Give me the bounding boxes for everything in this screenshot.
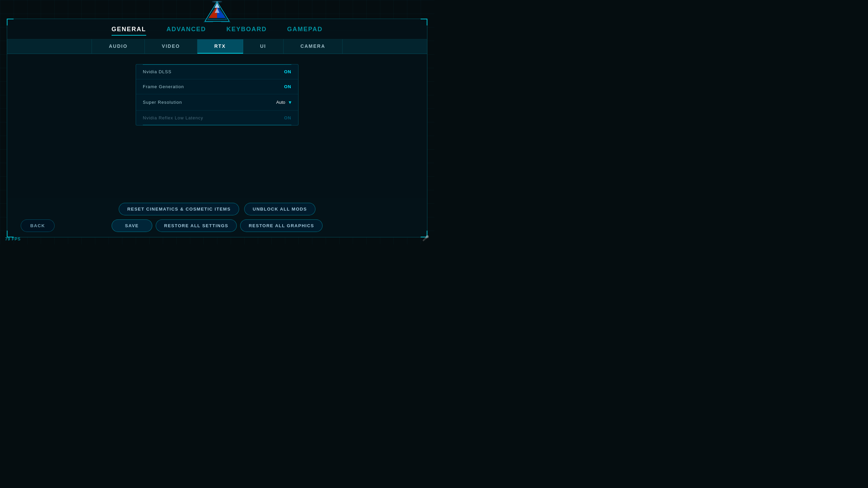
tab-gamepad[interactable]: GAMEPAD [287, 26, 323, 36]
setting-value-nvidia-reflex[interactable]: ON [284, 115, 292, 120]
restore-graphics-button[interactable]: RESTORE ALL GRAPHICS [240, 219, 323, 232]
sub-nav: AUDIO VIDEO RTX UI CAMERA [7, 39, 427, 54]
back-button[interactable]: BACK [21, 219, 55, 232]
setting-label-nvidia-reflex: Nvidia Reflex Low Latency [143, 115, 203, 120]
logo-container [197, 0, 237, 24]
setting-label-nvidia-dlss: Nvidia DLSS [143, 69, 172, 74]
bottom-area: RESET CINEMATICS & COSMETIC ITEMS UNBLOC… [7, 198, 427, 237]
setting-value-nvidia-dlss[interactable]: ON [284, 69, 292, 74]
save-button[interactable]: SAVE [112, 219, 152, 232]
subtab-camera[interactable]: CAMERA [284, 39, 343, 54]
setting-value-super-resolution: Auto [276, 100, 285, 105]
setting-label-frame-generation: Frame Generation [143, 84, 184, 89]
fps-counter: 79 FPS [5, 237, 21, 241]
tab-general[interactable]: GENERAL [112, 26, 146, 36]
subtab-ui[interactable]: UI [243, 39, 284, 54]
svg-point-5 [212, 1, 222, 5]
chevron-down-icon: ▾ [289, 99, 291, 105]
setting-row-frame-generation[interactable]: Frame Generation ON [136, 79, 298, 94]
restore-settings-button[interactable]: RESTORE ALL SETTINGS [156, 219, 237, 232]
setting-row-nvidia-dlss[interactable]: Nvidia DLSS ON [136, 64, 298, 79]
bottom-row2: BACK SAVE RESTORE ALL SETTINGS RESTORE A… [14, 219, 420, 232]
unblock-mods-button[interactable]: UNBLOCK ALL MODS [244, 203, 315, 215]
ark-logo [204, 1, 231, 23]
mic-icon: 🎤 [422, 235, 429, 241]
setting-dropdown-super-resolution[interactable]: Auto ▾ [276, 99, 291, 105]
bottom-row1: RESET CINEMATICS & COSMETIC ITEMS UNBLOC… [14, 203, 420, 215]
setting-label-super-resolution: Super Resolution [143, 100, 182, 105]
tab-advanced[interactable]: ADVANCED [167, 26, 206, 36]
back-btn-container: BACK [21, 219, 55, 232]
setting-row-super-resolution[interactable]: Super Resolution Auto ▾ [136, 94, 298, 111]
subtab-rtx[interactable]: RTX [197, 39, 243, 54]
settings-area: Nvidia DLSS ON Frame Generation ON Super… [7, 54, 427, 211]
subtab-video[interactable]: VIDEO [145, 39, 197, 54]
subtab-audio[interactable]: AUDIO [92, 39, 145, 54]
tab-keyboard[interactable]: KEYBOARD [227, 26, 267, 36]
setting-row-nvidia-reflex[interactable]: Nvidia Reflex Low Latency ON [136, 111, 298, 125]
reset-cinematics-button[interactable]: RESET CINEMATICS & COSMETIC ITEMS [119, 203, 239, 215]
main-content: GENERAL ADVANCED KEYBOARD GAMEPAD AUDIO … [7, 19, 427, 237]
settings-panel: Nvidia DLSS ON Frame Generation ON Super… [136, 64, 298, 125]
setting-value-frame-generation[interactable]: ON [284, 84, 292, 89]
